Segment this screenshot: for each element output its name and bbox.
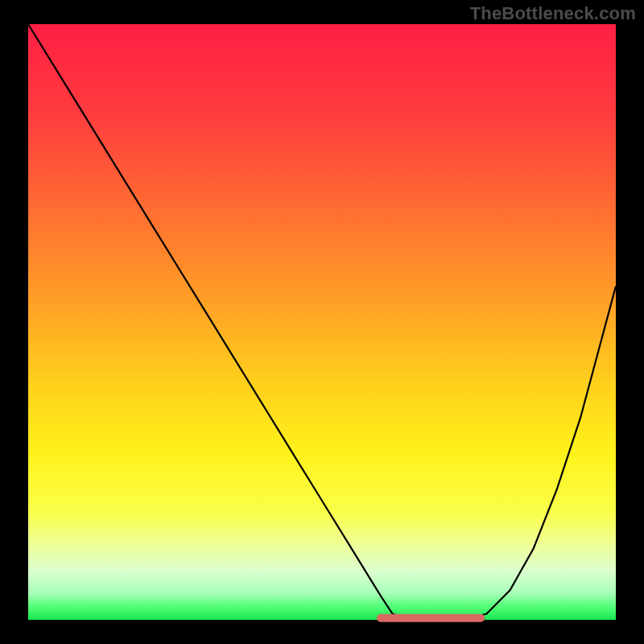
plot-background [28,24,616,620]
bottleneck-chart [0,0,644,644]
chart-frame: TheBottleneck.com [0,0,644,644]
watermark-text: TheBottleneck.com [470,3,636,24]
